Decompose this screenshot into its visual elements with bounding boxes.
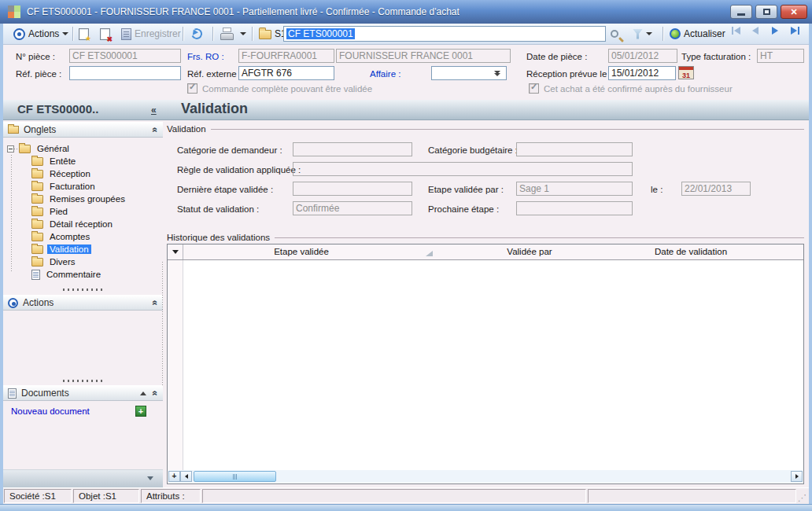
folder-icon [31, 157, 43, 166]
sidebar-item-divers[interactable]: Divers [31, 256, 78, 268]
new-document-link[interactable]: Nouveau document [11, 406, 90, 416]
scroll-left-button[interactable] [180, 471, 192, 482]
actions-section-header[interactable]: Actions « [3, 295, 163, 311]
section-splitter[interactable] [63, 380, 104, 382]
print-button[interactable] [220, 24, 246, 44]
double-chevron-down-icon[interactable] [491, 68, 504, 79]
header-band: CF ETS00000.. « Validation [3, 100, 809, 120]
column-header-validee-par[interactable]: Validée par [471, 247, 589, 256]
commande-complete-label: Commande complète pouvant être validée [202, 84, 372, 94]
minimize-button[interactable] [730, 5, 752, 19]
chevron-down-icon [147, 476, 153, 480]
derniere-etape-field [293, 182, 412, 196]
calendar-button[interactable]: 31 [678, 66, 694, 79]
search-icon [611, 30, 618, 38]
frs-ro-label[interactable]: Frs. RO : [187, 52, 224, 61]
refresh-button[interactable] [191, 24, 202, 44]
previous-record-button[interactable] [747, 24, 763, 38]
filter-dropdown-icon[interactable] [646, 32, 652, 35]
delete-button[interactable] [100, 24, 110, 44]
restore-button[interactable] [755, 5, 777, 19]
statusbar: Société :S1 Objet :S1 Attributs : ⋰ [3, 487, 809, 504]
add-row-button[interactable]: + [168, 471, 180, 482]
document-search-input[interactable]: CF ETS000001 [283, 26, 606, 42]
tree-node-general[interactable]: Général [7, 142, 72, 155]
scroll-right-button[interactable] [791, 471, 803, 482]
sidebar-item-acomptes[interactable]: Acomptes [31, 230, 92, 243]
scroll-up-icon[interactable] [140, 392, 146, 395]
cat-budgetaire-field [516, 142, 633, 156]
reception-prevue-label: Réception prévue le : [526, 69, 612, 79]
table-header-row: Etape validée Validée par Date de valida… [168, 244, 803, 260]
filter-button[interactable] [633, 24, 652, 44]
last-record-icon [791, 27, 797, 35]
column-header-date[interactable]: Date de validation [624, 247, 758, 256]
sidebar-item-reception[interactable]: Réception [31, 167, 93, 180]
sidebar-item-validation[interactable]: Validation [31, 243, 91, 256]
prochaine-etape-field [516, 201, 633, 215]
save-button[interactable]: Enregistrer [121, 24, 181, 44]
chevron-down-icon [172, 250, 179, 254]
column-header-etape[interactable]: Etape validée [231, 247, 372, 256]
sidebar-item-commentaire[interactable]: Commentaire [31, 268, 103, 281]
achat-confirme-label: Cet achat a été confirmé auprès du fourn… [544, 84, 733, 94]
ref-piece-input[interactable] [69, 66, 181, 80]
collapse-node-icon[interactable] [7, 145, 14, 153]
statusbar-attributs: Attributs : [141, 489, 201, 503]
resize-grip[interactable]: ⋰ [798, 493, 808, 503]
row-selector-button[interactable] [168, 244, 183, 259]
sort-icon[interactable] [426, 251, 433, 256]
toolbar: Actions Enregistrer S1 CF ETS000001 [3, 24, 809, 45]
sidebar-item-remises-groupees[interactable]: Remises groupées [31, 193, 127, 205]
app-window: CF ETS000001 - FOURNISSEUR FRANCE 0001 -… [0, 0, 812, 511]
folder-open-icon [31, 245, 43, 254]
cat-budgetaire-label: Catégorie budgétaire : [428, 145, 518, 155]
sidebar-item-facturation[interactable]: Facturation [31, 180, 98, 193]
refresh-icon [190, 27, 204, 41]
onglets-section-header[interactable]: Onglets « [3, 122, 163, 138]
sidebar-item-entete[interactable]: Entête [31, 155, 78, 167]
actions-icon [13, 28, 25, 40]
sidebar-item-detail-reception[interactable]: Détail réception [31, 218, 115, 230]
actions-menu-button[interactable]: Actions [13, 24, 68, 44]
sidebar-item-pied[interactable]: Pied [31, 205, 70, 218]
window-bottom-edge [0, 504, 812, 511]
print-dropdown-icon[interactable] [240, 32, 246, 35]
folder-icon [259, 30, 271, 39]
titlebar: CF ETS000001 - FOURNISSEUR FRANCE 0001 -… [0, 0, 812, 24]
last-record-button[interactable] [787, 24, 803, 38]
actualiser-button[interactable]: Actualiser [670, 24, 725, 44]
close-button[interactable]: ✕ [781, 5, 807, 19]
affaire-combobox[interactable] [431, 66, 507, 80]
first-record-icon [734, 27, 740, 35]
scrollbar-thumb[interactable] [194, 471, 276, 482]
company-folder-button[interactable]: S1 [259, 24, 286, 44]
cat-demandeur-label: Catégorie de demandeur : [177, 145, 282, 155]
folder-icon [31, 208, 43, 216]
ref-externe-input[interactable]: AFGTR 676 [238, 66, 334, 80]
first-record-button[interactable] [728, 24, 744, 38]
collapse-section-icon[interactable]: « [150, 127, 161, 133]
reception-prevue-input[interactable]: 15/01/2012 [608, 66, 676, 80]
sidebar-footer-bar[interactable] [3, 469, 163, 487]
restore-icon [763, 9, 770, 15]
search-button[interactable] [611, 24, 618, 44]
statusbar-empty-1 [202, 489, 586, 503]
type-facturation-field: HT [757, 49, 804, 63]
commande-complete-checkbox: ✓ [187, 83, 197, 94]
document-header-form: N° pièce : CF ETS000001 Frs. RO : F-FOUR… [3, 45, 809, 100]
collapse-section-icon[interactable]: « [150, 300, 161, 306]
horizontal-scrollbar[interactable]: + [168, 470, 803, 483]
add-document-button[interactable]: + [135, 406, 146, 417]
new-document-icon [79, 28, 89, 40]
ref-piece-label: Réf. pièce : [16, 69, 61, 79]
prochaine-etape-label: Prochaine étape : [428, 204, 499, 214]
new-document-button[interactable] [79, 24, 89, 44]
next-record-button[interactable] [767, 24, 783, 38]
affaire-label[interactable]: Affaire : [370, 69, 400, 79]
folder-icon [31, 220, 43, 229]
section-splitter[interactable] [63, 289, 104, 291]
documents-section-header[interactable]: Documents « [3, 385, 163, 401]
collapse-section-icon[interactable]: « [150, 391, 161, 396]
collapse-sidebar-icon[interactable]: « [151, 105, 157, 116]
